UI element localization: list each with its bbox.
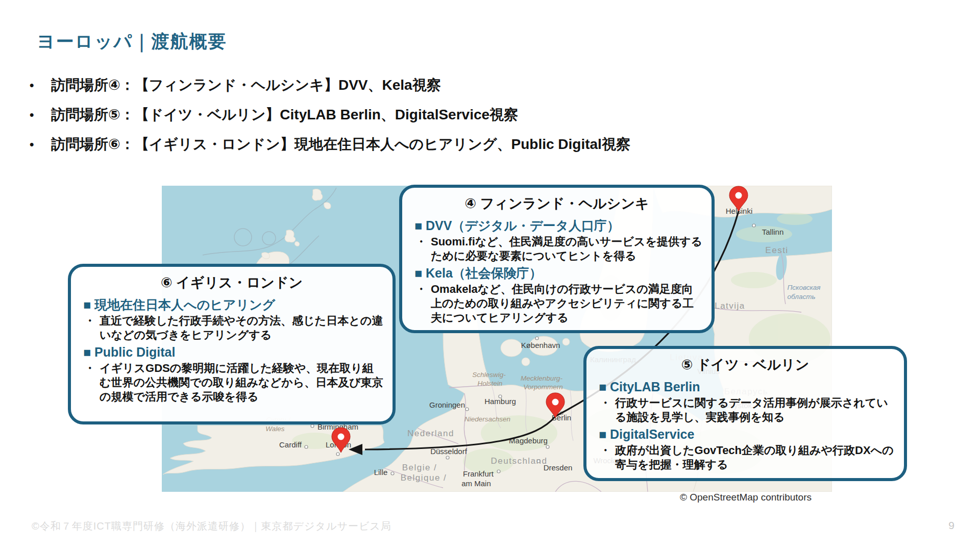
map-label-eesti: Eesti: [765, 245, 788, 255]
map-label-holstein: Holstein: [478, 380, 503, 387]
map-label-vorpommern: Vorpommern: [523, 383, 563, 391]
page-number: 9: [948, 519, 954, 532]
map-label-wales: Wales: [265, 425, 285, 433]
section-heading-dvv: ■ DVV（デジタル・データ人口庁）: [414, 217, 702, 234]
map-label-mecklenburg: Mecklenburg-: [521, 374, 562, 382]
map-label-frankfurt: Frankfurt: [463, 469, 494, 478]
section-heading-hearing: ■ 現地在住日本人へのヒアリング: [83, 296, 383, 313]
map-label-dresden: Dresden: [544, 463, 573, 472]
slide: ヨーロッパ｜渡航概要 訪問場所④：【フィンランド・ヘルシンキ】DVV、Kela視…: [0, 0, 980, 551]
callout-finland-helsinki: ④ フィンランド・ヘルシンキ ■ DVV（デジタル・データ人口庁） Suomi.…: [399, 185, 715, 333]
map-label-latvija: Latvija: [715, 301, 745, 311]
section-bullet: 直近で経験した行政手続やその方法、感じた日本との違いなどの気づきをヒアリングする: [83, 314, 383, 342]
map-label-kobenhavn: København: [521, 341, 560, 349]
section-bullet: 行政サービスに関するデータ活用事例が展示されている施設を見学し、実践事例を知る: [599, 396, 895, 424]
callout-title: ⑥ イギリス・ロンドン: [76, 273, 387, 292]
map-attribution: © OpenStreetMap contributors: [680, 492, 812, 503]
map-label-lille: Lille: [374, 468, 388, 477]
section-heading-public-digital: ■ Public Digital: [83, 343, 383, 361]
section-heading-kela: ■ Kela（社会保険庁）: [414, 264, 702, 282]
map-label-schleswig: Schleswig-: [472, 371, 506, 379]
map-label-cardiff: Cardiff: [279, 440, 302, 449]
callout-body: ■ 現地在住日本人へのヒアリング 直近で経験した行政手続やその方法、感じた日本と…: [71, 296, 393, 408]
callout-uk-london: ⑥ イギリス・ロンドン ■ 現地在住日本人へのヒアリング 直近で経験した行政手続…: [68, 264, 396, 424]
section-bullet: イギリスGDSの黎明期に活躍した経験や、現在取り組む世界の公共機関での取り組みな…: [83, 361, 383, 404]
section-bullet: Omakelaなど、住民向けの行政サービスの満足度向上のための取り組みやアクセシ…: [414, 282, 702, 325]
map-label-belgie: Belgie /: [402, 463, 437, 472]
map-label-deutschland: Deutschland: [491, 456, 547, 466]
callout-body: ■ DVV（デジタル・データ人口庁） Suomi.fiなど、住民満足度の高いサー…: [402, 217, 712, 329]
map-label-pskov-1: Псковская: [787, 284, 820, 291]
callout-title: ⑤ ドイツ・ベルリン: [592, 356, 899, 374]
map-label-belgique: Belgique /: [401, 473, 447, 483]
visit-item-5: 訪問場所⑤：【ドイツ・ベルリン】CityLAB Berlin、DigitalSe…: [27, 105, 843, 124]
callout-germany-berlin: ⑤ ドイツ・ベルリン ■ CityLAB Berlin 行政サービスに関するデー…: [583, 346, 907, 481]
section-bullet: Suomi.fiなど、住民満足度の高いサービスを提供するために必要な要素について…: [414, 235, 702, 263]
callout-title: ④ フィンランド・ヘルシンキ: [407, 194, 706, 213]
map-label-niedersachsen: Niedersachsen: [464, 415, 510, 423]
visit-item-4: 訪問場所④：【フィンランド・ヘルシンキ】DVV、Kela視察: [27, 76, 843, 94]
map-label-am-main: am Main: [461, 479, 491, 488]
section-heading-digitalservice: ■ DigitalService: [599, 425, 895, 443]
visit-list: 訪問場所④：【フィンランド・ヘルシンキ】DVV、Kela視察 訪問場所⑤：【ドイ…: [27, 76, 843, 164]
section-heading-citylab: ■ CityLAB Berlin: [599, 378, 895, 395]
page-title: ヨーロッパ｜渡航概要: [37, 30, 227, 54]
section-bullet: 政府が出資したGovTech企業の取り組みや行政DXへの寄与を把握・理解する: [599, 443, 895, 472]
map-label-tallinn: Tallinn: [762, 228, 784, 236]
map-label-pskov-2: область: [787, 293, 815, 300]
map-label-hamburg: Hamburg: [484, 397, 516, 406]
map-label-nederland: Nederland: [407, 429, 454, 438]
callout-body: ■ CityLAB Berlin 行政サービスに関するデータ活用事例が展示されて…: [586, 378, 904, 476]
visit-item-6: 訪問場所⑥：【イギリス・ロンドン】現地在住日本人へのヒアリング、Public D…: [27, 135, 843, 154]
map-label-groningen: Groningen: [429, 400, 465, 409]
slide-footer: ©令和７年度ICT職専門研修（海外派遣研修）｜東京都デジタルサービス局: [32, 519, 391, 533]
